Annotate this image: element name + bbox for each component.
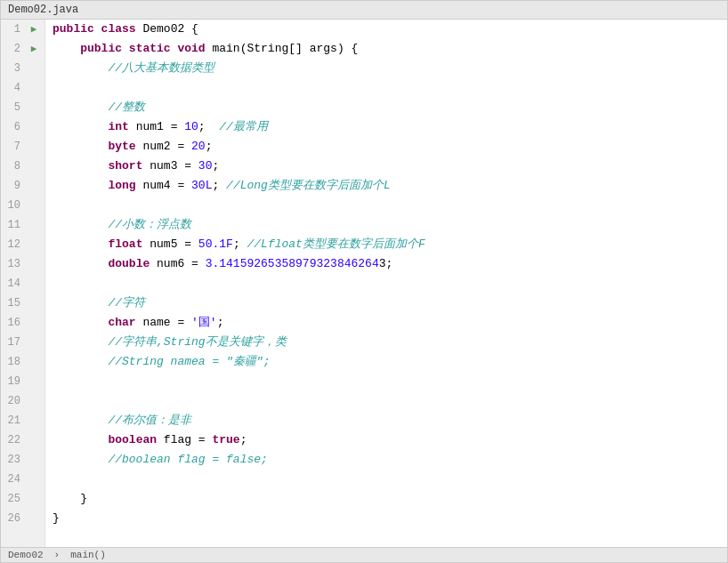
line-arrow: ▶	[26, 20, 42, 39]
code-line: //整数	[53, 98, 727, 117]
line-number: 26	[1, 509, 26, 528]
line-number: 16	[1, 313, 26, 333]
line-number: 7	[1, 137, 26, 157]
line-arrow: ▶	[26, 39, 42, 59]
code-line: byte num2 = 20;	[53, 137, 727, 157]
code-token: ;	[206, 137, 213, 157]
gutter-row: 15	[1, 294, 44, 313]
gutter-row: 17	[1, 333, 44, 352]
line-number: 6	[1, 117, 26, 137]
code-line: public static void main(String[] args) {	[53, 39, 727, 59]
code-token: name =	[136, 313, 191, 333]
code-token: ;	[212, 157, 219, 176]
gutter-row: 8	[1, 157, 44, 176]
line-number: 20	[1, 391, 26, 411]
gutter-row: 22	[1, 430, 44, 450]
code-token: long	[108, 176, 135, 196]
code-token: float	[108, 235, 142, 254]
line-number: 8	[1, 157, 26, 176]
gutter-row: 3	[1, 59, 44, 78]
code-lines: public class Demo02 { public static void…	[53, 20, 727, 528]
gutter-row: 4	[1, 78, 44, 98]
line-number: 9	[1, 176, 26, 196]
code-token: void	[177, 39, 212, 59]
code-line: //字符串,String不是关键字，类	[53, 333, 727, 352]
code-token	[53, 176, 108, 196]
code-token: //小数：浮点数	[53, 215, 191, 235]
code-token: //字符	[53, 294, 145, 313]
line-number: 12	[1, 235, 26, 254]
code-token: //boolean flag = false;	[53, 450, 268, 470]
code-token: //布尔值：是非	[53, 411, 191, 430]
code-token: Demo02 {	[142, 20, 198, 39]
gutter-row: 9	[1, 176, 44, 196]
code-token: }	[53, 509, 60, 528]
gutter-row: 24	[1, 470, 44, 489]
code-line: int num1 = 10; //最常用	[53, 117, 727, 137]
gutter-row: 10	[1, 196, 44, 215]
code-token: class	[101, 20, 143, 39]
code-line	[53, 78, 727, 98]
code-token	[53, 117, 108, 137]
code-token	[53, 235, 108, 254]
breadcrumb-separator: ›	[54, 550, 61, 560]
code-token: }	[53, 489, 87, 509]
code-token: //整数	[53, 98, 145, 117]
code-line: float num5 = 50.1F; //Lfloat类型要在数字后面加个F	[53, 235, 727, 254]
code-token: 50.1F	[198, 235, 233, 254]
editor-area[interactable]: 1▶2▶345678910111213141516171819202122232…	[1, 20, 727, 547]
gutter-row: 14	[1, 274, 44, 294]
code-token: 30L	[191, 176, 212, 196]
code-token	[53, 430, 108, 450]
code-token: //八大基本数据类型	[53, 59, 214, 78]
gutter-row: 20	[1, 391, 44, 411]
code-token: //字符串,String不是关键字，类	[53, 333, 287, 352]
code-token: num5 =	[142, 235, 198, 254]
line-number: 18	[1, 352, 26, 372]
code-token: num1 =	[129, 117, 184, 137]
code-token: num6 =	[150, 254, 205, 274]
code-token: ;	[240, 430, 247, 450]
breadcrumb-class: Demo02	[8, 550, 44, 560]
code-token	[53, 157, 108, 176]
code-token: ;	[212, 176, 226, 196]
gutter-row: 26	[1, 509, 44, 528]
gutter-row: 12	[1, 235, 44, 254]
breadcrumb-method: main()	[70, 550, 106, 560]
code-token: public	[53, 20, 101, 39]
code-line: double num6 = 3.141592653589793238462643…	[53, 254, 727, 274]
line-number: 2	[1, 39, 26, 59]
gutter-row: 11	[1, 215, 44, 235]
line-number: 17	[1, 333, 26, 352]
line-number: 11	[1, 215, 26, 235]
line-number: 4	[1, 78, 26, 98]
title-bar: Demo02.java	[1, 1, 727, 20]
code-line	[53, 391, 727, 411]
code-line: //字符	[53, 294, 727, 313]
line-number: 24	[1, 470, 26, 489]
code-token	[53, 254, 108, 274]
gutter-row: 1▶	[1, 20, 44, 39]
code-token	[53, 313, 108, 333]
code-line: //八大基本数据类型	[53, 59, 727, 78]
code-token: short	[108, 157, 142, 176]
line-number: 14	[1, 274, 26, 294]
line-number: 1	[1, 20, 26, 39]
code-token: num3 =	[142, 157, 198, 176]
gutter-row: 7	[1, 137, 44, 157]
gutter-row: 18	[1, 352, 44, 372]
code-token: 20	[191, 137, 206, 157]
code-line	[53, 274, 727, 294]
code-line: boolean flag = true;	[53, 430, 727, 450]
code-token: //Lfloat类型要在数字后面加个F	[247, 235, 425, 254]
file-title: Demo02.java	[8, 4, 78, 16]
code-token: ;	[233, 235, 247, 254]
code-line: //String namea = "秦疆";	[53, 352, 727, 372]
code-area[interactable]: public class Demo02 { public static void…	[45, 20, 727, 547]
code-token: byte	[108, 137, 135, 157]
gutter-row: 5	[1, 98, 44, 117]
code-token: static	[129, 39, 178, 59]
code-line: //小数：浮点数	[53, 215, 727, 235]
code-line	[53, 196, 727, 215]
line-number: 13	[1, 254, 26, 274]
